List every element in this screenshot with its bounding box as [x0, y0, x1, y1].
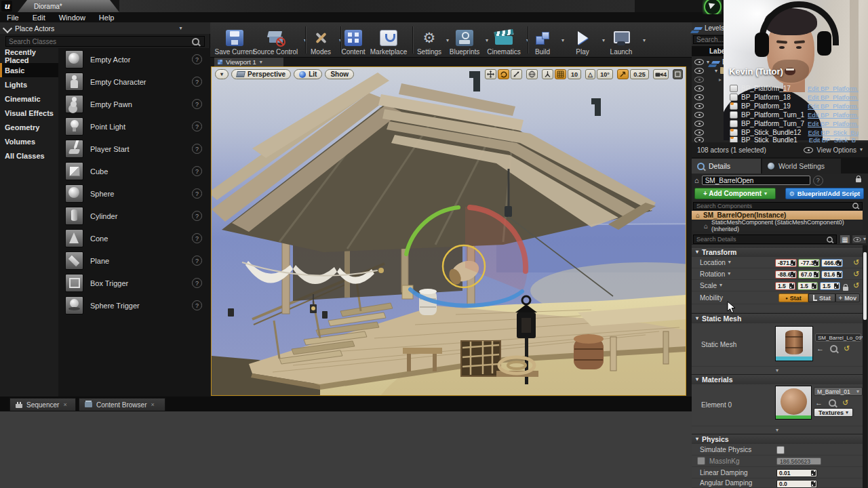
category-volumes[interactable]: Volumes	[0, 134, 58, 148]
eye-icon[interactable]	[694, 59, 704, 65]
scale-tool-button[interactable]	[511, 69, 522, 79]
scale-x-field[interactable]: 1.5	[775, 282, 795, 290]
reset-icon[interactable]: ↺	[842, 399, 848, 407]
edit-blueprint-link[interactable]: Edit BP_Stick_Bu	[808, 129, 859, 136]
outliner-row[interactable]: BP_Platform_18 Edit BP_Platform.	[692, 93, 868, 102]
edit-blueprint-link[interactable]: Edit BP_Platform.	[808, 94, 859, 101]
launch-button[interactable]: Launch ▾	[604, 24, 639, 58]
eye-icon[interactable]	[694, 68, 704, 74]
category-basic[interactable]: Basic	[0, 63, 58, 77]
actor-sphere[interactable]: Sphere?	[58, 182, 210, 205]
eye-icon[interactable]	[694, 94, 704, 100]
search-classes-input[interactable]	[5, 36, 205, 47]
outliner-row[interactable]: BP_Platform_19 Edit BP_Platform.	[692, 102, 868, 110]
settings-button[interactable]: ⚙ Settings ▾	[414, 24, 445, 58]
rotation-x-field[interactable]: -88.6	[775, 270, 797, 279]
eye-icon[interactable]	[694, 137, 704, 142]
view-filter-button[interactable]: ▾	[852, 235, 867, 244]
textures-button[interactable]: Textures ▾	[814, 408, 853, 417]
actor-empty-character[interactable]: Empty Character?	[58, 70, 210, 93]
reset-icon[interactable]: ↺	[844, 345, 850, 352]
camera-speed-button[interactable]: 4	[653, 69, 669, 79]
static-mesh-thumbnail[interactable]	[775, 326, 813, 361]
close-icon[interactable]: ×	[63, 401, 66, 408]
section-materials[interactable]: ▾ Materials	[692, 374, 863, 384]
actor-player-start[interactable]: Player Start?	[58, 138, 210, 160]
scale-z-field[interactable]: 1.5	[820, 282, 840, 290]
rotate-tool-button[interactable]	[498, 69, 509, 79]
play-button[interactable]: Play ▾	[567, 24, 598, 58]
document-tab[interactable]: Diorama*	[18, 0, 119, 12]
edit-blueprint-link[interactable]: Edit BP_Platform.	[808, 102, 859, 110]
mobility-static-button[interactable]: ●Stat	[778, 293, 808, 302]
outliner-row-clipped[interactable]: BP_Stick_Bundle1 Edit BP_Stick_B	[692, 137, 868, 142]
actor-sphere-trigger[interactable]: Sphere Trigger?	[58, 294, 210, 317]
place-actors-header[interactable]: Place Actors ▾	[0, 22, 210, 34]
chevron-down-icon[interactable]: ▾	[728, 271, 730, 277]
search-details-input[interactable]	[693, 235, 837, 244]
actor-cylinder[interactable]: Cylinder?	[58, 205, 210, 227]
feedback-badge[interactable]	[703, 0, 722, 14]
back-arrow-icon[interactable]: ←	[816, 344, 824, 352]
reset-icon[interactable]: ↺	[853, 282, 859, 289]
menu-help[interactable]: Help	[99, 14, 115, 22]
tab-content-browser[interactable]: Content Browser ×	[79, 398, 165, 411]
blueprints-button[interactable]: Blueprints ▾	[445, 24, 484, 58]
angle-snap-toggle-button[interactable]: △	[585, 69, 595, 79]
modes-button[interactable]: Modes ▾	[304, 24, 338, 58]
actor-empty-actor[interactable]: Empty Actor?	[58, 48, 210, 70]
mass-override-checkbox[interactable]	[697, 457, 705, 465]
outliner-row[interactable]: BP_Platform_17 Edit BP_Platform.	[692, 84, 868, 93]
component-row-inherited[interactable]: ⌂ StaticMeshComponent (StaticMeshCompone…	[692, 221, 863, 230]
edit-blueprint-link[interactable]: Edit BP_Platform.	[808, 111, 859, 119]
eye-icon[interactable]	[694, 121, 704, 127]
location-z-field[interactable]: 466.6	[821, 259, 843, 267]
chevron-down-icon[interactable]: ▾	[719, 283, 722, 288]
category-expander[interactable]: ▾	[692, 426, 863, 434]
menu-file[interactable]: File	[7, 14, 19, 22]
linear-damping-field[interactable]: 0.01	[776, 469, 817, 477]
section-physics[interactable]: ▾ Physics	[692, 434, 863, 444]
grid-snap-value-button[interactable]: 10	[568, 69, 581, 79]
viewport-tab[interactable]: Viewport 1 ▾	[214, 58, 283, 66]
outliner-row[interactable]: BP_Stick_Bundle12 Edit BP_Stick_Bu	[692, 128, 868, 137]
browse-icon[interactable]	[830, 345, 837, 352]
search-components-box[interactable]	[693, 201, 863, 209]
lit-button[interactable]: Lit	[294, 69, 322, 79]
category-cinematic[interactable]: Cinematic	[0, 92, 58, 106]
edit-blueprint-link[interactable]: Edit BP_Platform.	[808, 120, 859, 127]
menu-edit[interactable]: Edit	[33, 14, 45, 22]
category-expander[interactable]: ▾	[692, 367, 863, 374]
viewport-options-button[interactable]: ▾	[215, 69, 229, 79]
perspective-button[interactable]: Perspective	[231, 69, 291, 79]
expander-icon[interactable]: ▸	[719, 77, 722, 83]
rotation-z-field[interactable]: 81.6	[821, 270, 843, 279]
actor-empty-pawn[interactable]: Empty Pawn?	[58, 93, 210, 115]
search-details-box[interactable]	[693, 235, 837, 244]
category-lights[interactable]: Lights	[0, 77, 58, 92]
outliner-row[interactable]: BP_Platform_Turn_1 Edit BP_Platform.	[692, 110, 868, 119]
viewport-3d[interactable]: ▾ Perspective Lit Show	[211, 66, 686, 396]
maximize-viewport-button[interactable]	[673, 69, 683, 79]
actor-point-light[interactable]: Point Light?	[58, 115, 210, 138]
outliner-row[interactable]: BP_Platform_Turn_7 Edit BP_Platform.	[692, 119, 868, 128]
tab-world-settings[interactable]: World Settings	[762, 159, 841, 174]
simulate-physics-checkbox[interactable]	[776, 446, 785, 454]
world-local-toggle-button[interactable]	[526, 69, 538, 79]
material-thumbnail[interactable]	[775, 386, 812, 420]
actor-box-trigger[interactable]: Box Trigger?	[58, 272, 210, 294]
eye-icon[interactable]	[694, 85, 704, 92]
section-static-mesh[interactable]: ▾ Static Mesh	[692, 313, 863, 323]
tab-levels[interactable]: Levels	[692, 22, 726, 34]
search-classes-box[interactable]	[5, 36, 205, 47]
expander-icon[interactable]: ▾	[707, 60, 709, 65]
edit-blueprint-link[interactable]: Edit BP_Platform.	[808, 85, 859, 92]
chevron-down-icon[interactable]: ▾	[728, 260, 731, 265]
reset-icon[interactable]: ↺	[853, 259, 859, 266]
edit-blueprint-link[interactable]: Edit BP_Stick_B	[809, 137, 856, 142]
category-recently-placed[interactable]: Recently Placed	[0, 49, 58, 63]
close-icon[interactable]: ×	[151, 401, 154, 408]
eye-icon[interactable]	[694, 77, 704, 83]
blueprint-add-script-button[interactable]: ⚙ Blueprint/Add Script	[785, 188, 864, 199]
location-y-field[interactable]: -77.3	[798, 259, 820, 267]
